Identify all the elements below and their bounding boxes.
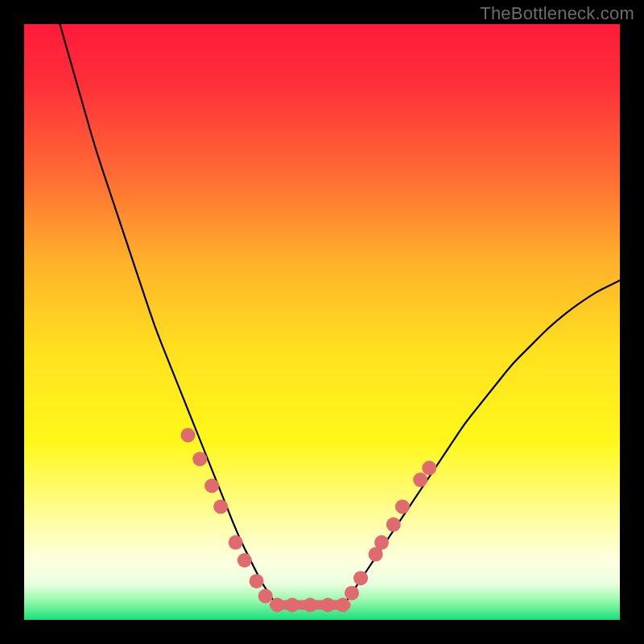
marker-point bbox=[374, 535, 389, 550]
gradient-background bbox=[24, 24, 620, 620]
marker-point bbox=[413, 473, 427, 487]
marker-point bbox=[320, 598, 335, 613]
chart-frame bbox=[24, 24, 620, 620]
marker-point bbox=[422, 460, 436, 475]
marker-point bbox=[229, 535, 243, 550]
marker-point bbox=[353, 571, 368, 585]
marker-point bbox=[270, 598, 285, 613]
marker-point bbox=[250, 574, 264, 588]
watermark-text: TheBottleneck.com bbox=[480, 3, 634, 24]
marker-point bbox=[258, 588, 273, 603]
marker-point bbox=[213, 499, 228, 514]
marker-point bbox=[395, 499, 410, 514]
marker-point bbox=[386, 518, 401, 532]
marker-point bbox=[345, 586, 359, 601]
chart-svg bbox=[24, 24, 620, 620]
marker-point bbox=[192, 452, 207, 466]
marker-point bbox=[237, 553, 252, 568]
marker-point bbox=[336, 598, 350, 613]
marker-point bbox=[181, 428, 196, 443]
marker-point bbox=[303, 598, 317, 613]
marker-point bbox=[285, 598, 299, 613]
marker-point bbox=[204, 479, 219, 493]
